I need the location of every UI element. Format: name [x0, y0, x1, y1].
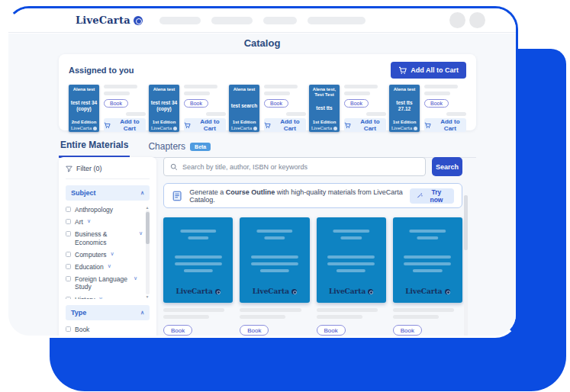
- livecarta-logo-icon: [215, 289, 221, 294]
- add-all-to-cart-button[interactable]: Add All to Cart: [391, 62, 466, 79]
- scrollbar[interactable]: ▲ ▼: [145, 206, 150, 299]
- cover-brand: LiveCarta: [311, 126, 338, 130]
- add-to-cart-button[interactable]: Add to Cart: [264, 118, 306, 132]
- book-cover[interactable]: LiveCarta: [317, 217, 386, 303]
- assigned-item: Alena test test rest 34 (copy) 1st Editi…: [149, 85, 226, 132]
- placeholder-line: [340, 236, 361, 239]
- book-card: LiveCarta Book: [317, 217, 386, 336]
- subject-option[interactable]: Art ∨: [66, 218, 143, 226]
- checkbox[interactable]: [66, 219, 71, 224]
- subject-option[interactable]: Anthropology: [66, 206, 143, 214]
- logo-text: LiveCarta: [76, 14, 130, 26]
- placeholder-line: [413, 269, 442, 272]
- chevron-down-icon[interactable]: ∨: [108, 263, 111, 269]
- filter-section-subject[interactable]: Subject ∧: [66, 185, 150, 201]
- checkbox[interactable]: [66, 326, 71, 332]
- placeholder-line: [264, 236, 285, 239]
- placeholder-line: [126, 112, 146, 116]
- add-to-cart-button[interactable]: Add to Cart: [424, 118, 466, 132]
- checkbox[interactable]: [66, 231, 71, 236]
- avatar[interactable]: [449, 12, 465, 28]
- placeholder-line: [251, 255, 298, 259]
- scrollbar-thumb[interactable]: [146, 212, 150, 244]
- book-type-badge: Book: [264, 99, 288, 108]
- livecarta-logo[interactable]: LiveCarta: [76, 14, 143, 26]
- cover-title: test tts 27.12: [391, 100, 418, 111]
- placeholder-line: [333, 230, 369, 233]
- placeholder-line: [184, 92, 210, 95]
- cart-icon: [104, 122, 111, 129]
- tab-chapters[interactable]: Chapters Beta: [147, 141, 212, 157]
- subject-option[interactable]: Foreign Language Study ∨: [66, 275, 143, 291]
- add-to-cart-button[interactable]: Add to Cart: [344, 118, 386, 132]
- book-cover[interactable]: LiveCarta: [393, 217, 462, 303]
- chevron-down-icon[interactable]: ∨: [139, 230, 143, 236]
- filter-header[interactable]: Filter (0): [66, 165, 150, 179]
- chevron-down-icon[interactable]: ∨: [111, 251, 114, 257]
- livecarta-logo-icon: [291, 289, 297, 294]
- cover-brand: LiveCarta: [163, 288, 233, 295]
- chevron-up-icon: ∧: [140, 310, 144, 316]
- catalog-scrollbar[interactable]: [464, 195, 468, 336]
- checkbox[interactable]: [66, 264, 71, 269]
- book-grid-row-1: LiveCarta Book: [163, 217, 462, 336]
- add-to-cart-button[interactable]: Add to Cart: [104, 118, 146, 132]
- checkbox[interactable]: [66, 207, 71, 212]
- checkbox[interactable]: [66, 297, 71, 300]
- nav-placeholder[interactable]: [211, 17, 253, 24]
- subject-option[interactable]: Business & Economics ∨: [66, 230, 143, 246]
- livecarta-logo-icon: [173, 127, 177, 130]
- book-cover[interactable]: Alena test test rest 34 (copy) 2nd Editi…: [69, 85, 99, 132]
- placeholder-line: [327, 262, 375, 265]
- search-input[interactable]: [182, 163, 419, 171]
- scrollbar-track[interactable]: [146, 210, 150, 294]
- subject-option[interactable]: Computers ∨: [66, 251, 143, 259]
- placeholder-line: [175, 262, 222, 265]
- placeholder-line: [188, 236, 208, 239]
- placeholder-line: [104, 92, 130, 95]
- placeholder-line: [240, 315, 285, 319]
- placeholder-line: [424, 85, 458, 88]
- avatar[interactable]: [469, 12, 485, 28]
- livecarta-logo-icon: [414, 127, 417, 130]
- livecarta-logo-icon: [445, 289, 450, 294]
- type-option[interactable]: Book: [66, 326, 150, 333]
- chevron-down-icon[interactable]: ∨: [98, 296, 102, 300]
- chevron-down-icon[interactable]: ∨: [87, 218, 91, 224]
- book-cover[interactable]: Alena test test rest 34 (copy) 1st Editi…: [149, 85, 179, 132]
- nav-placeholder[interactable]: [308, 17, 366, 24]
- cover-title: test search: [230, 103, 258, 108]
- cart-icon: [344, 122, 351, 129]
- nav-placeholder[interactable]: [159, 17, 201, 24]
- placeholder-line: [260, 269, 289, 272]
- book-cover[interactable]: LiveCarta: [240, 217, 309, 303]
- placeholder-line: [404, 255, 451, 259]
- search-button[interactable]: Search: [432, 157, 462, 176]
- add-to-cart-button[interactable]: Add to Cart: [184, 118, 226, 132]
- scroll-down-icon[interactable]: ▼: [146, 295, 150, 299]
- chevron-down-icon[interactable]: ∨: [134, 275, 137, 281]
- page: LiveCarta Catalog Assigned to you: [0, 0, 570, 392]
- book-cover[interactable]: Alena test test tts 27.12 1st Edition Li…: [389, 85, 420, 132]
- checkbox[interactable]: [66, 276, 71, 281]
- book-cover[interactable]: LiveCarta: [163, 217, 233, 303]
- cover-brand: LiveCarta: [70, 126, 98, 130]
- filter-funnel-icon: [66, 165, 72, 172]
- filter-sidebar: Filter (0) Subject ∧ Anthropology Art ∨: [59, 157, 156, 336]
- placeholder-line: [183, 269, 212, 272]
- placeholder-line: [404, 262, 451, 265]
- placeholder-line: [206, 112, 226, 116]
- try-now-button[interactable]: Try now: [410, 188, 454, 204]
- tab-entire-materials[interactable]: Entire Materials: [59, 140, 130, 158]
- scroll-up-icon[interactable]: ▲: [146, 206, 150, 210]
- subject-option[interactable]: History ∨: [66, 296, 143, 300]
- checkbox[interactable]: [66, 252, 71, 257]
- nav-placeholder[interactable]: [263, 17, 297, 24]
- book-cover[interactable]: Alena test test search 1st Edition LiveC…: [229, 85, 259, 132]
- cart-icon: [264, 122, 271, 129]
- placeholder-line: [180, 230, 216, 233]
- scrollbar-thumb[interactable]: [464, 195, 468, 250]
- book-cover[interactable]: Alena test, Test Test test tts 1st Editi…: [309, 85, 340, 132]
- subject-option[interactable]: Education ∨: [66, 263, 143, 271]
- filter-section-type[interactable]: Type ∧: [66, 305, 150, 320]
